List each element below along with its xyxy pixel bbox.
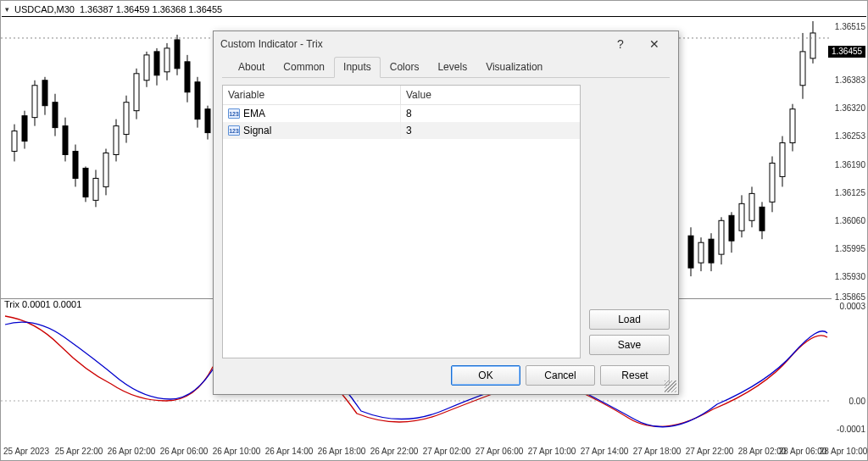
svg-rect-63 (790, 109, 795, 143)
svg-rect-27 (144, 55, 149, 81)
ok-button[interactable]: OK (451, 365, 520, 386)
tab-about[interactable]: About (229, 57, 274, 77)
chart-menu-arrow[interactable]: ▾ (5, 5, 9, 14)
svg-rect-45 (698, 242, 704, 263)
load-button[interactable]: Load (589, 309, 670, 330)
price-axis: 1.36515 1.36455 1.36383 1.36320 1.36253 … (830, 18, 867, 299)
input-value-signal[interactable]: 3 (401, 122, 580, 139)
help-button[interactable]: ? (604, 31, 637, 57)
dialog-footer: OK Cancel Reset (214, 358, 678, 394)
time-axis: 25 Apr 2023 25 Apr 22:00 26 Apr 02:00 26… (1, 447, 832, 458)
svg-rect-35 (185, 62, 190, 92)
input-row-ema[interactable]: 123EMA 8 (223, 105, 580, 122)
svg-rect-3 (22, 116, 27, 142)
dialog-titlebar[interactable]: Custom Indicator - Trix ? ✕ (214, 31, 678, 57)
svg-rect-39 (205, 109, 210, 133)
input-row-signal[interactable]: 123Signal 3 (223, 122, 580, 139)
svg-rect-51 (729, 215, 734, 241)
close-button[interactable]: ✕ (637, 31, 671, 57)
svg-rect-21 (114, 126, 119, 155)
svg-rect-65 (800, 52, 805, 86)
tab-common[interactable]: Common (274, 57, 334, 77)
tab-visualization[interactable]: Visualization (476, 57, 552, 77)
tab-colors[interactable]: Colors (381, 57, 429, 77)
tab-levels[interactable]: Levels (428, 57, 476, 77)
svg-rect-53 (739, 203, 744, 230)
svg-rect-19 (103, 153, 108, 187)
svg-rect-29 (154, 52, 159, 75)
column-variable[interactable]: Variable (223, 86, 401, 104)
svg-rect-23 (124, 103, 129, 135)
svg-rect-49 (719, 220, 724, 254)
svg-rect-47 (709, 239, 714, 263)
svg-rect-17 (93, 178, 98, 200)
svg-rect-37 (195, 82, 200, 119)
svg-rect-9 (53, 103, 58, 128)
reset-button[interactable]: Reset (600, 365, 670, 386)
svg-rect-15 (83, 168, 88, 197)
int-icon: 123 (228, 125, 240, 136)
svg-rect-67 (810, 33, 815, 58)
dialog-tabs: About Common Inputs Colors Levels Visual… (222, 57, 670, 78)
svg-rect-5 (32, 86, 37, 118)
chart-symbol: USDCAD,M30 (14, 4, 75, 14)
chart-quotes: 1.36387 1.36459 1.36368 1.36455 (80, 4, 222, 14)
svg-rect-25 (134, 74, 139, 111)
indicator-properties-dialog: Custom Indicator - Trix ? ✕ About Common… (213, 31, 679, 395)
indicator-label: Trix 0.0001 0.0001 (4, 299, 81, 309)
price-marker: 1.36455 (828, 46, 865, 58)
inputs-grid[interactable]: Variable Value 123EMA 8 123Signal 3 (222, 85, 581, 358)
save-button[interactable]: Save (589, 335, 670, 355)
svg-rect-43 (688, 236, 693, 268)
column-value[interactable]: Value (401, 86, 580, 104)
svg-rect-57 (760, 207, 765, 230)
svg-rect-1 (12, 131, 17, 152)
indicator-axis: 0.0003 0.00 -0.0001 (830, 299, 867, 438)
chart-header: ▾ USDCAD,M30 1.36387 1.36459 1.36368 1.3… (2, 2, 866, 17)
dialog-title: Custom Indicator - Trix (220, 38, 323, 50)
input-value-ema[interactable]: 8 (401, 105, 580, 122)
svg-rect-7 (42, 81, 47, 106)
int-icon: 123 (228, 108, 240, 119)
svg-rect-59 (770, 163, 775, 202)
resize-grip-icon[interactable] (665, 380, 676, 392)
svg-rect-55 (749, 193, 754, 220)
svg-rect-11 (63, 126, 68, 155)
cancel-button[interactable]: Cancel (526, 365, 595, 386)
svg-rect-33 (175, 40, 180, 69)
svg-rect-61 (780, 143, 785, 177)
svg-rect-13 (73, 152, 78, 179)
grid-header: Variable Value (223, 86, 580, 105)
svg-rect-31 (164, 48, 170, 72)
tab-inputs[interactable]: Inputs (334, 57, 381, 78)
